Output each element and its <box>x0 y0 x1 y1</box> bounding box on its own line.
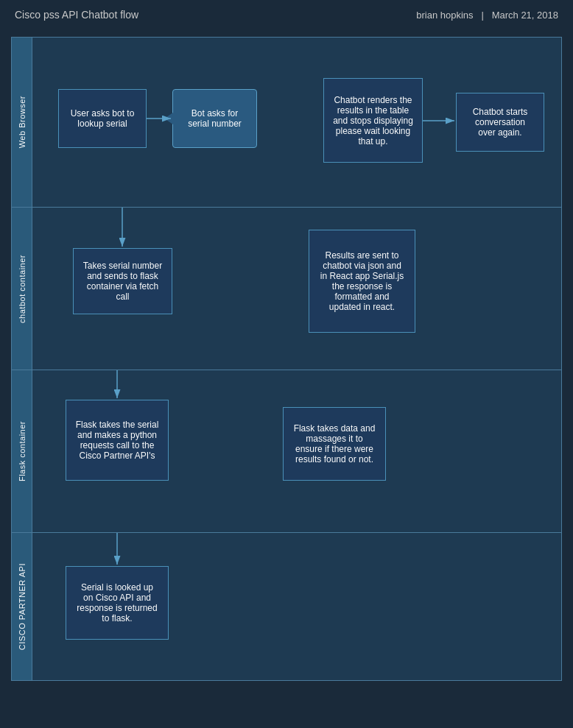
box-takes-serial: Takes serial number and sends to flask c… <box>73 248 172 314</box>
box-results-sent: Results are sent to chatbot via json and… <box>309 230 415 333</box>
lane-label-cisco: CISCO PARTNER API <box>18 563 27 650</box>
lane-content-cisco: Serial is looked up on Cisco API and res… <box>32 533 561 680</box>
lane-label-flask: Flask container <box>18 421 27 481</box>
box-chatbot-renders: Chatbot renders the results in the table… <box>323 78 423 163</box>
page-meta: brian hopkins | March 21, 2018 <box>416 10 558 21</box>
box-serial-lookup: Serial is looked up on Cisco API and res… <box>66 566 169 640</box>
lane-label-chatbot-wrap: chatbot container <box>12 208 32 370</box>
lane-label-web-browser-wrap: Web Browser <box>12 38 32 207</box>
lane-label-chatbot: chatbot container <box>18 255 27 323</box>
box-user-asks: User asks bot to lookup serial <box>58 89 147 148</box>
lane-chatbot-container: chatbot container Takes serial number an… <box>12 208 561 370</box>
box-chatbot-restart: Chatbot starts conversation over again. <box>456 93 544 152</box>
lane-content-flask: Flask takes the serial and makes a pytho… <box>32 370 561 532</box>
page-header: Cisco pss API Chatbot flow brian hopkins… <box>0 0 573 29</box>
lane-cisco-api: CISCO PARTNER API Serial is looked up on… <box>12 533 561 680</box>
lane-content-web-browser: User asks bot to lookup serial Bot asks … <box>32 38 561 207</box>
diagram-wrapper: Web Browser User asks bot to lookup seri… <box>11 37 562 681</box>
box-flask-data: Flask takes data and massages it to ensu… <box>283 407 386 481</box>
page-date: March 21, 2018 <box>492 10 558 21</box>
box-bot-asks: Bot asks for serial number <box>172 89 257 148</box>
lane-label-web-browser: Web Browser <box>18 96 27 148</box>
author-name: brian hopkins <box>416 10 473 21</box>
lane-content-chatbot: Takes serial number and sends to flask c… <box>32 208 561 370</box>
lane-flask-container: Flask container Flask takes the serial a… <box>12 370 561 533</box>
page-title: Cisco pss API Chatbot flow <box>15 9 138 21</box>
lane-label-flask-wrap: Flask container <box>12 370 32 532</box>
lane-label-cisco-wrap: CISCO PARTNER API <box>12 533 32 680</box>
lane-web-browser: Web Browser User asks bot to lookup seri… <box>12 38 561 208</box>
box-flask-serial: Flask takes the serial and makes a pytho… <box>66 400 169 481</box>
